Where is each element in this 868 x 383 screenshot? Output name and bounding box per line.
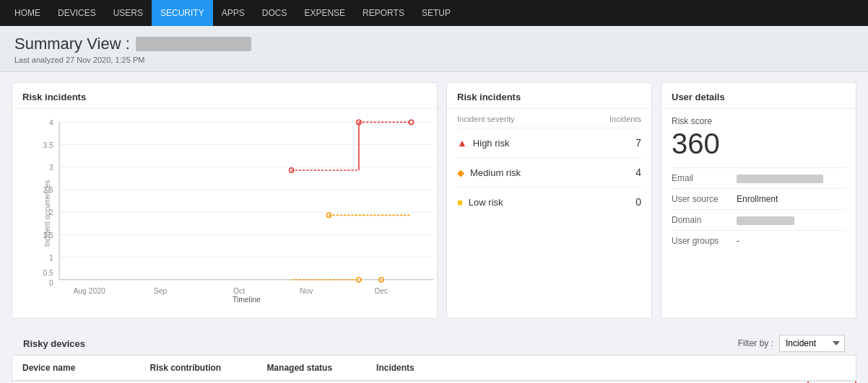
col-severity: Incident severity (457, 115, 514, 123)
svg-text:Dec: Dec (375, 287, 388, 295)
nav-bar: HOME DEVICES USERS SECURITY APPS DOCS EX… (0, 0, 868, 26)
svg-text:3.5: 3.5 (43, 141, 53, 149)
chart-card-title: Risk incidents (12, 83, 437, 109)
low-risk-count: 0 (635, 196, 641, 208)
user-groups-key: User groups (672, 236, 729, 246)
low-risk-row[interactable]: ■ Low risk 0 (457, 188, 641, 216)
col-managed-status: Managed status (256, 356, 366, 382)
nav-devices[interactable]: DEVICES (49, 0, 105, 26)
high-risk-count: 7 (635, 137, 641, 149)
triangle-red-icon: ▲ (457, 137, 467, 149)
high-risk-label: ▲ High risk (457, 137, 509, 149)
nav-setup[interactable]: SETUP (413, 0, 459, 26)
chart-svg: 4 3.5 3 2.5 2 1.5 1 0.5 0 Aug 2020 Sep O… (37, 115, 441, 302)
medium-risk-label: ◆ Medium risk (457, 167, 521, 178)
risk-score-value: 360 (672, 128, 846, 160)
email-row: Email (672, 167, 846, 188)
nav-reports[interactable]: REPORTS (354, 0, 413, 26)
col-actions (808, 356, 856, 382)
table-header-row: Device name Risk contribution Managed st… (12, 356, 856, 382)
medium-risk-count: 4 (635, 167, 641, 178)
email-blurred (737, 175, 823, 183)
user-source-row: User source Enrollment (672, 188, 846, 209)
diamond-orange-icon: ◆ (457, 167, 464, 178)
user-name-blurred (136, 37, 251, 51)
medium-risk-text: Medium risk (470, 167, 521, 178)
filter-label: Filter by : (738, 338, 773, 348)
risky-header-bar: Risky devices Filter by : Incident Risk … (12, 327, 856, 355)
summary-view-label: Summary View : (14, 35, 130, 53)
nav-docs[interactable]: DOCS (253, 0, 296, 26)
high-risk-row[interactable]: ▲ High risk 7 (457, 128, 641, 158)
svg-text:Aug 2020: Aug 2020 (73, 287, 105, 295)
chart-card: Risk incidents Incident occurrences (12, 82, 438, 319)
risk-incidents-table: Incident severity Incidents ▲ High risk … (447, 109, 651, 216)
domain-value (737, 215, 794, 225)
nav-users[interactable]: USERS (105, 0, 152, 26)
last-analyzed: Last analyzed 27 Nov 2020, 1:25 PM (14, 56, 854, 64)
user-source-value: Enrollment (737, 194, 778, 204)
svg-text:4: 4 (49, 119, 53, 127)
nav-apps[interactable]: APPS (213, 0, 253, 26)
filter-select[interactable]: Incident Risk score (779, 335, 845, 352)
domain-key: Domain (672, 215, 729, 225)
risky-devices-section: Risky devices Filter by : Incident Risk … (12, 327, 856, 383)
page-title: Summary View : (14, 35, 854, 53)
svg-text:3: 3 (49, 164, 53, 172)
risk-incidents-title: Risk incidents (447, 83, 651, 109)
chart-container: Incident occurrences 4 (12, 109, 437, 318)
y-axis-label: Incident occurrences (43, 180, 51, 247)
risk-incidents-card: Risk incidents Incident severity Inciden… (446, 82, 652, 319)
nav-expense[interactable]: EXPENSE (295, 0, 354, 26)
col-incidents: Incidents (609, 115, 641, 123)
domain-blurred (737, 216, 794, 225)
nav-security[interactable]: SECURITY (152, 0, 213, 26)
col-incidents: Incidents (366, 356, 807, 382)
svg-text:Timeline: Timeline (233, 296, 261, 302)
svg-text:Sep: Sep (154, 287, 168, 295)
email-value (737, 173, 823, 183)
low-risk-text: Low risk (469, 197, 503, 208)
user-groups-row: User groups - (672, 230, 846, 251)
square-yellow-icon: ■ (457, 197, 463, 208)
domain-row: Domain (672, 209, 846, 230)
svg-text:Nov: Nov (300, 287, 313, 295)
user-groups-value: - (737, 236, 739, 246)
svg-text:0.5: 0.5 (43, 269, 53, 277)
cards-row: Risk incidents Incident occurrences (12, 82, 856, 319)
nav-home[interactable]: HOME (6, 0, 49, 26)
user-details-card: User details Risk score 360 Email User s… (661, 82, 856, 319)
user-source-key: User source (672, 194, 729, 204)
col-device-name: Device name (12, 356, 140, 382)
svg-text:Oct: Oct (233, 287, 245, 295)
user-details-title: User details (661, 83, 856, 109)
main-content: Risk incidents Incident occurrences (0, 72, 868, 383)
high-risk-text: High risk (473, 138, 510, 149)
svg-text:1: 1 (49, 254, 53, 262)
page-header: Summary View : Last analyzed 27 Nov 2020… (0, 26, 868, 72)
filter-row: Filter by : Incident Risk score (738, 335, 845, 352)
risk-score-label: Risk score (672, 116, 846, 126)
email-key: Email (672, 173, 729, 183)
low-risk-label: ■ Low risk (457, 197, 503, 208)
svg-text:0: 0 (49, 279, 53, 287)
risk-table-header: Incident severity Incidents (457, 109, 641, 128)
risky-devices-title: Risky devices (23, 338, 85, 349)
user-details-body: Risk score 360 Email User source Enrollm… (661, 109, 856, 258)
medium-risk-row[interactable]: ◆ Medium risk 4 (457, 158, 641, 188)
col-risk-contribution: Risk contribution (140, 356, 257, 382)
device-table: Device name Risk contribution Managed st… (12, 355, 856, 383)
